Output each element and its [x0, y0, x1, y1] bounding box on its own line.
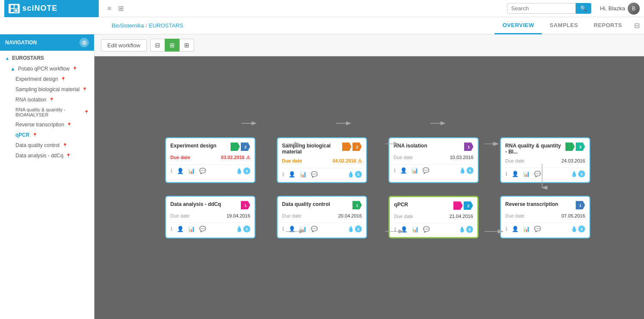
info-icon[interactable]: ℹ [394, 226, 396, 233]
card-header: RNA quality & quantity - BI... 3 [505, 142, 585, 154]
sidebar-item-rna-quality[interactable]: RNA quality & quantity - BIOANALYSER 📍 [0, 105, 94, 120]
chart-icon[interactable]: 📊 [188, 226, 195, 232]
user-icon[interactable]: 👤 [400, 167, 407, 174]
tab-reports[interactable]: REPORTS [586, 17, 630, 34]
chart-icon[interactable]: 📊 [523, 171, 530, 177]
edit-workflow-button[interactable]: Edit workflow [101, 39, 147, 52]
card-due: Due date 07.05.2016 [505, 212, 585, 219]
user-icon[interactable]: 👤 [289, 226, 295, 232]
drop-icon: 💧 [236, 168, 243, 174]
search-area: 🔍 [507, 3, 591, 14]
view-btn-list[interactable]: ⊟ [150, 39, 165, 52]
sidebar-item-label: Sampling biological material [15, 86, 79, 92]
grid-icon[interactable]: ⊞ [118, 4, 124, 12]
tab-samples[interactable]: SAMPLES [542, 17, 586, 34]
comment-icon[interactable]: 💬 [199, 168, 206, 174]
view-toggle: ⊟ ⊞ ⊞ [150, 39, 194, 52]
chart-icon[interactable]: 📊 [412, 226, 419, 233]
card-rna-quality[interactable]: RNA quality & quantity - BI... 3 Due dat… [500, 137, 590, 183]
card-experiment-design[interactable]: Experiment design 2 Due date 03.02.2016 … [165, 137, 255, 183]
info-icon[interactable]: ℹ [394, 167, 396, 174]
card-rna-isolation[interactable]: RNA isolation 1 Due date 10.03.2016 ℹ [389, 137, 479, 183]
sidebar-item-sampling[interactable]: Sampling biological material 📍 [0, 84, 94, 95]
user-area: Hi, Blazka B [600, 3, 640, 15]
sidebar-item-ddcq[interactable]: Data analysis - ddCq 📍 [0, 150, 94, 161]
tag-orange [342, 142, 352, 151]
sidebar-section: ▲ EUROSTARS ▲ Potato qPCR workflow 📍 Exp… [0, 51, 94, 163]
search-button[interactable]: 🔍 [576, 3, 591, 14]
card-due: Due date 19.04.2016 [170, 212, 250, 219]
info-icon[interactable]: ℹ [170, 226, 173, 232]
view-btn-grid[interactable]: ⊞ [165, 39, 179, 52]
comment-icon[interactable]: 💬 [199, 226, 206, 232]
sidebar-project-label[interactable]: ▲ EUROSTARS [0, 52, 94, 64]
sidebar-item-reverse[interactable]: Reverse transcription 📍 [0, 120, 94, 130]
card-sampling[interactable]: Sampling biological material 2 Due date … [277, 137, 367, 183]
due-label: Due date [282, 213, 301, 218]
due-label: Due date [505, 158, 525, 163]
breadcrumb-org[interactable]: BioSistemika [112, 22, 144, 29]
card-header: Experiment design 2 [170, 142, 250, 151]
comment-icon[interactable]: 💬 [534, 226, 541, 232]
info-icon[interactable]: ℹ [282, 226, 284, 232]
sidebar-item-potato-qpcr[interactable]: ▲ Potato qPCR workflow 📍 [0, 64, 94, 74]
comment-icon[interactable]: 💬 [311, 171, 318, 178]
sidebar-item-qpcr[interactable]: qPCR 📍 [0, 130, 94, 140]
comment-icon[interactable]: 💬 [423, 226, 430, 233]
comment-icon[interactable]: 💬 [311, 226, 318, 232]
due-label: Due date [394, 154, 413, 160]
sidebar-item-experiment[interactable]: Experiment design 📍 [0, 74, 94, 84]
project-name: EUROSTARS [12, 55, 44, 61]
sidebar-nav-icon[interactable]: ◎ [79, 38, 89, 47]
tag-pink: 1 [241, 201, 250, 209]
user-icon[interactable]: 👤 [512, 226, 519, 232]
card-header: Data quality control 1 [282, 201, 362, 209]
drop-badge: 💧 5 [459, 226, 473, 233]
drop-icon: 💧 [459, 226, 465, 233]
sidebar-item-label: Potato qPCR workflow [18, 66, 70, 72]
chart-icon[interactable]: 📊 [523, 226, 530, 232]
comment-icon[interactable]: 💬 [422, 167, 429, 174]
tag-pink [453, 201, 463, 210]
card-tags: 1 [576, 201, 585, 209]
card-title: RNA isolation [394, 142, 464, 148]
user-icon[interactable]: 👤 [512, 171, 519, 177]
view-btn-cards[interactable]: ⊞ [179, 39, 194, 52]
info-icon[interactable]: ℹ [170, 168, 173, 174]
user-icon[interactable]: 👤 [177, 168, 184, 174]
svg-rect-0 [11, 5, 14, 8]
card-data-analysis[interactable]: Data analysis - ddCq 1 Due date 19.04.20… [165, 196, 255, 238]
menu-icon[interactable]: ≡ [107, 5, 111, 12]
chart-icon[interactable]: 📊 [300, 226, 307, 232]
sidebar-item-dqc[interactable]: Data quality control 📍 [0, 140, 94, 150]
drop-count: 5 [355, 171, 362, 178]
breadcrumb-project[interactable]: EUROSTARS [149, 22, 183, 29]
due-label: Due date [170, 154, 190, 160]
chart-icon[interactable]: 📊 [188, 168, 195, 174]
tab-overview[interactable]: OVERVIEW [495, 17, 542, 34]
chart-icon[interactable]: 📊 [411, 167, 418, 174]
card-header: Data analysis - ddCq 1 [170, 201, 250, 209]
search-input[interactable] [507, 3, 576, 14]
avatar[interactable]: B [628, 3, 640, 15]
due-label: Due date [170, 213, 190, 218]
card-header: RNA isolation 1 [394, 142, 474, 151]
card-title: Sampling biological material [282, 142, 342, 154]
due-date: 03.02.2016 ⚠ [221, 154, 250, 160]
user-icon[interactable]: 👤 [177, 226, 184, 232]
chart-icon[interactable]: 📊 [300, 171, 307, 178]
tab-settings-icon[interactable]: ⊟ [630, 17, 644, 34]
sidebar-header: NAVIGATION ◎ [0, 34, 94, 51]
card-qpcr[interactable]: qPCR 2 Due date 21.04.2016 ℹ [389, 196, 479, 238]
card-title: RNA quality & quantity - BI... [505, 142, 565, 154]
user-icon[interactable]: 👤 [401, 226, 407, 233]
card-reverse-transcription[interactable]: Reverse transcription 1 Due date 07.05.2… [500, 196, 590, 238]
user-icon[interactable]: 👤 [289, 171, 295, 178]
due-date: 24.03.2016 [562, 158, 585, 163]
info-icon[interactable]: ℹ [282, 171, 284, 178]
sidebar-item-rna-isolation[interactable]: RNA isolation 📍 [0, 95, 94, 105]
info-icon[interactable]: ℹ [505, 171, 507, 177]
card-data-quality[interactable]: Data quality control 1 Due date 20.04.20… [277, 196, 367, 238]
comment-icon[interactable]: 💬 [534, 171, 541, 177]
info-icon[interactable]: ℹ [505, 226, 507, 232]
